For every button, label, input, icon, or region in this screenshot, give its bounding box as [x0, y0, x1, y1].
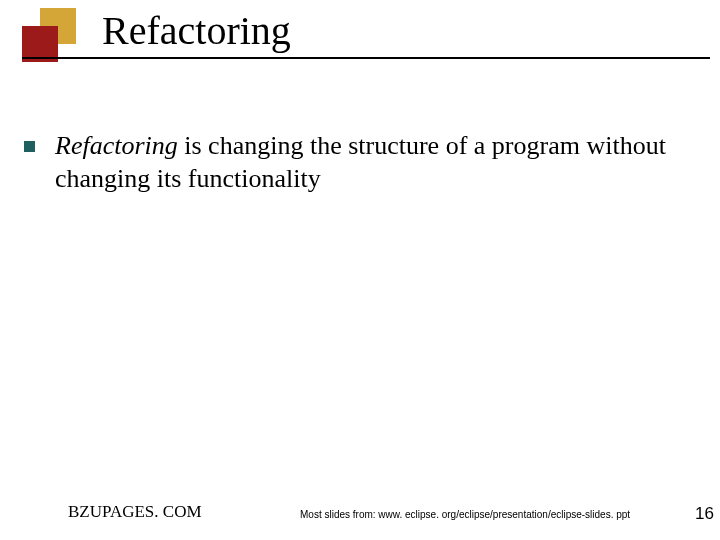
bullet-square-icon	[24, 141, 35, 152]
footer-center: Most slides from: www. eclipse. org/ecli…	[300, 509, 630, 520]
bullet-italic-word: Refactoring	[55, 131, 178, 160]
page-number: 16	[695, 504, 714, 524]
title-underline	[22, 57, 710, 59]
bullet-item: Refactoring is changing the structure of…	[24, 130, 680, 195]
body-content: Refactoring is changing the structure of…	[24, 130, 680, 195]
footer-left: BZUPAGES. COM	[68, 502, 202, 522]
slide-title: Refactoring	[102, 7, 291, 54]
bullet-text: Refactoring is changing the structure of…	[55, 130, 680, 195]
